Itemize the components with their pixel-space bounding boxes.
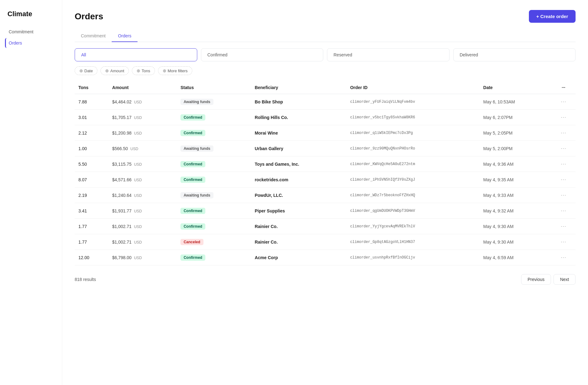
table-row: 3.41 $1,931.77 USD Confirmed Piper Suppl…	[75, 203, 576, 219]
cell-amount: $1,200.98 USD	[109, 125, 177, 141]
cell-orderid: climorder_WDz7r5beoknoFfZHxHQ	[346, 188, 479, 203]
col-tons: Tons	[75, 83, 109, 94]
cell-orderid: climorder_9zz90MQuQNxnPHOsrRo	[346, 141, 479, 156]
cell-beneficiary: Rolling Hills Co.	[251, 110, 347, 125]
chip-more-filters[interactable]: ⊕ More filters	[158, 66, 192, 75]
row-actions-button[interactable]: ···	[552, 125, 576, 141]
col-amount: Amount	[109, 83, 177, 94]
cell-tons: 2.12	[75, 125, 109, 141]
cell-status: Confirmed	[177, 172, 251, 188]
table-body: 7.88 $4,464.02 USD Awaiting funds Bo Bik…	[75, 94, 576, 265]
row-actions-button[interactable]: ···	[552, 94, 576, 110]
cell-date: May 5, 2:05PM	[479, 125, 551, 141]
cell-amount: $1,002.71 USD	[109, 234, 177, 250]
tabs-bar: Commitment Orders	[75, 30, 576, 42]
cell-tons: 1.77	[75, 219, 109, 234]
col-status: Status	[177, 83, 251, 94]
page-footer: 818 results Previous Next	[75, 274, 576, 285]
chip-plus-icon: ⊕	[163, 68, 166, 73]
cell-status: Awaiting funds	[177, 141, 251, 156]
cell-orderid: climorder_YyjYgcevAqMVREkThlV	[346, 219, 479, 234]
next-button[interactable]: Next	[553, 274, 576, 285]
table-row: 3.01 $1,705.17 USD Confirmed Rolling Hil…	[75, 110, 576, 125]
cell-status: Confirmed	[177, 219, 251, 234]
table-header: Tons Amount Status Beneficiary Order ID …	[75, 83, 576, 94]
cell-status: Awaiting funds	[177, 188, 251, 203]
cell-status: Awaiting funds	[177, 94, 251, 110]
chip-amount[interactable]: ⊕ Amount	[100, 66, 129, 75]
tab-commitment[interactable]: Commitment	[75, 30, 112, 42]
cell-beneficiary: PowdUr, LLC.	[251, 188, 347, 203]
cell-beneficiary: Acme Corp	[251, 250, 347, 265]
cell-date: May 4, 6:59 AM	[479, 250, 551, 265]
row-actions-button[interactable]: ···	[552, 110, 576, 125]
row-actions-button[interactable]: ···	[552, 219, 576, 234]
row-actions-button[interactable]: ···	[552, 203, 576, 219]
cell-amount: $1,002.71 USD	[109, 219, 177, 234]
cell-date: May 4, 9:36 AM	[479, 156, 551, 172]
cell-date: May 6, 10:53AM	[479, 94, 551, 110]
cell-beneficiary: Toys and Games, Inc.	[251, 156, 347, 172]
chip-tons[interactable]: ⊕ Tons	[132, 66, 155, 75]
filter-confirmed[interactable]: Confirmed	[201, 48, 324, 61]
row-actions-button[interactable]: ···	[552, 188, 576, 203]
row-actions-button[interactable]: ···	[552, 234, 576, 250]
row-actions-button[interactable]: ···	[552, 141, 576, 156]
cell-amount: $1,931.77 USD	[109, 203, 177, 219]
cell-beneficiary: Bo Bike Shop	[251, 94, 347, 110]
row-actions-button[interactable]: ···	[552, 250, 576, 265]
cell-status: Confirmed	[177, 156, 251, 172]
cell-status: Canceled	[177, 234, 251, 250]
create-order-button[interactable]: + Create order	[529, 10, 576, 23]
cell-orderid: climorder_usvnhpRxfBfInOGCijv	[346, 250, 479, 265]
page-header: Orders + Create order	[75, 10, 576, 23]
cell-tons: 1.00	[75, 141, 109, 156]
chip-plus-icon: ⊕	[79, 68, 83, 73]
cell-tons: 2.19	[75, 188, 109, 203]
cell-orderid: climorder_q1iWSkIEPmc7cDx3Pg	[346, 125, 479, 141]
filter-delivered[interactable]: Delivered	[453, 48, 576, 61]
cell-tons: 12.00	[75, 250, 109, 265]
tab-orders[interactable]: Orders	[112, 30, 138, 42]
table-row: 1.77 $1,002.71 USD Canceled Rainier Co. …	[75, 234, 576, 250]
cell-beneficiary: Rainier Co.	[251, 234, 347, 250]
main-content: Orders + Create order Commitment Orders …	[62, 0, 588, 385]
sidebar-item-commitment[interactable]: Commitment	[5, 27, 57, 37]
col-actions: ···	[552, 83, 576, 94]
results-count: 818 results	[75, 277, 96, 282]
cell-date: May 5, 2:00PM	[479, 141, 551, 156]
cell-orderid: climorder_yFUFJaiqViLNqFvm4bv	[346, 94, 479, 110]
cell-amount: $6,798.00 USD	[109, 250, 177, 265]
orders-table: Tons Amount Status Beneficiary Order ID …	[75, 83, 576, 265]
cell-orderid: climorder_iPhSVN5hIQf3Y0sZXgJ	[346, 172, 479, 188]
table-row: 5.50 $3,115.75 USD Confirmed Toys and Ga…	[75, 156, 576, 172]
cell-beneficiary: rocketrides.com	[251, 172, 347, 188]
cell-amount: $566.50 USD	[109, 141, 177, 156]
row-actions-button[interactable]: ···	[552, 156, 576, 172]
cell-orderid: climorder_Gp8qtAGzgoVLlH1HN37	[346, 234, 479, 250]
cell-tons: 8.07	[75, 172, 109, 188]
cell-tons: 1.77	[75, 234, 109, 250]
cell-beneficiary: Urban Gallery	[251, 141, 347, 156]
chip-date[interactable]: ⊕ Date	[75, 66, 97, 75]
row-actions-button[interactable]: ···	[552, 172, 576, 188]
cell-status: Confirmed	[177, 125, 251, 141]
cell-amount: $4,571.66 USD	[109, 172, 177, 188]
cell-status: Confirmed	[177, 203, 251, 219]
col-beneficiary: Beneficiary	[251, 83, 347, 94]
cell-date: May 4, 9:30 AM	[479, 219, 551, 234]
table-row: 7.88 $4,464.02 USD Awaiting funds Bo Bik…	[75, 94, 576, 110]
cell-date: May 4, 9:30 AM	[479, 234, 551, 250]
cell-orderid: climorder_qgUmDUOKPVWDpT3GHmV	[346, 203, 479, 219]
cell-status: Confirmed	[177, 110, 251, 125]
sidebar-item-orders[interactable]: Orders	[5, 38, 57, 48]
filter-reserved[interactable]: Reserved	[327, 48, 450, 61]
cell-amount: $1,240.64 USD	[109, 188, 177, 203]
cell-tons: 3.01	[75, 110, 109, 125]
cell-orderid: climorder_KWVqQcHe5A0uE272ntm	[346, 156, 479, 172]
status-filters: All Confirmed Reserved Delivered	[75, 48, 576, 61]
cell-status: Confirmed	[177, 250, 251, 265]
table-row: 2.19 $1,240.64 USD Awaiting funds PowdUr…	[75, 188, 576, 203]
previous-button[interactable]: Previous	[521, 274, 551, 285]
filter-all[interactable]: All	[75, 48, 197, 61]
